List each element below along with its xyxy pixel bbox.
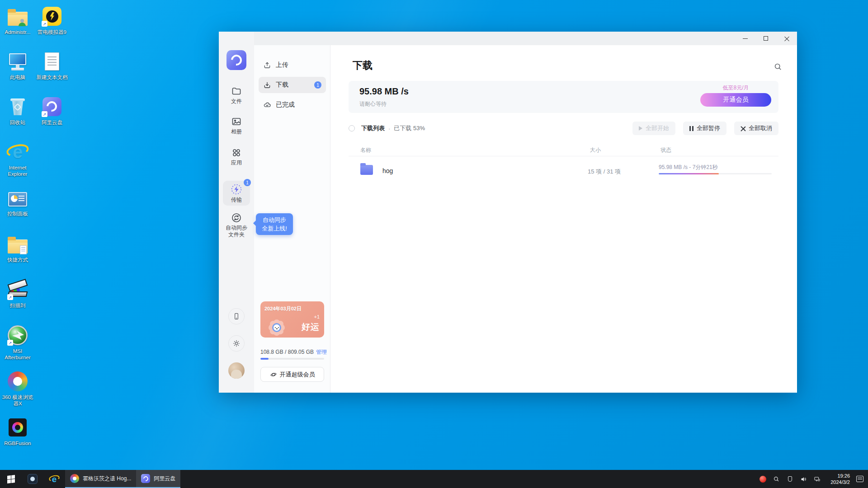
start-all-button[interactable]: 全部开始 — [632, 122, 675, 135]
flask-icon — [788, 476, 792, 482]
table-header: 名称 大小 状态 — [349, 145, 778, 156]
row-name: hog — [382, 167, 393, 174]
sidebar-item-auto-sync[interactable]: 自动同步 文件夹 — [223, 210, 250, 240]
sidebar-item-files[interactable]: 文件 — [223, 83, 250, 107]
search-button[interactable] — [771, 60, 784, 73]
speed-banner: 95.98 MB /s 请耐心等待 低至8元/月 开通会员 — [349, 81, 778, 113]
internet-explorer-icon — [49, 474, 59, 484]
speaker-icon — [800, 476, 807, 483]
minimize-button[interactable] — [735, 32, 755, 45]
play-icon — [639, 126, 642, 131]
pause-icon — [689, 126, 693, 131]
desktop-icon-360-browser[interactable]: 360 极速浏览器X — [0, 371, 35, 407]
row-status: 95.98 MB /s - 7分钟21秒 — [659, 164, 718, 171]
desktop-icon-aliyun-drive[interactable]: 阿里云盘 — [34, 96, 70, 126]
desktop-icon-shortcut-folder[interactable]: 快捷方式 — [0, 233, 35, 263]
aliyun-drive-icon — [41, 96, 63, 117]
close-icon — [784, 36, 789, 41]
system-tray: 19:26 2024/3/2 — [756, 470, 868, 488]
apps-grid-icon — [231, 147, 242, 158]
desktop-icon-this-pc[interactable]: 此电脑 — [0, 51, 35, 80]
scanner-icon — [7, 279, 28, 300]
aliyun-drive-window: 文件 相册 应用 1 传输 自动同步 文件夹 — [219, 32, 797, 393]
taskbar-app-aliyun-drive[interactable]: 阿里云盘 — [136, 470, 180, 488]
rgbfusion-icon — [7, 417, 28, 438]
close-button[interactable] — [776, 32, 797, 45]
desktop-icon-msi-afterburner[interactable]: MSI Afterburner — [0, 324, 35, 361]
select-all-checkbox[interactable] — [349, 125, 355, 131]
action-center-button[interactable] — [852, 470, 868, 488]
maximize-button[interactable] — [755, 32, 776, 45]
desktop-icon-new-text-doc[interactable]: 新建文本文档 — [34, 51, 70, 80]
cloud-check-icon — [263, 101, 271, 109]
daily-luck-card[interactable]: 2024年03月02日 +1 好运 — [260, 301, 324, 338]
desktop-icon-internet-explorer[interactable]: Internet Explorer — [0, 141, 35, 177]
storage-progressbar — [260, 358, 324, 360]
desktop-icon-administrator[interactable]: Administr... — [0, 5, 35, 35]
taskbar: 霍格沃茨之遗 Hog... 阿里云盘 19:26 2024/3/2 — [0, 470, 868, 488]
column-size: 大小 — [590, 146, 601, 154]
sync-icon — [231, 212, 242, 223]
row-progressbar — [659, 173, 772, 174]
tray-network-icon[interactable] — [810, 470, 824, 488]
row-size: 15 项 / 31 项 — [588, 168, 621, 176]
sidebar-item-albums[interactable]: 相册 — [223, 113, 250, 137]
start-button[interactable] — [0, 470, 22, 488]
speed-hint: 请耐心等待 — [359, 100, 387, 108]
tab-completed[interactable]: 已完成 — [259, 97, 326, 113]
tray-volume-icon[interactable] — [797, 470, 810, 488]
desktop-icon-scan-to[interactable]: 扫描到 — [0, 279, 35, 309]
desktop-icon-rgbfusion[interactable]: RGBFusion — [0, 417, 35, 446]
list-label: 下载列表 — [361, 124, 385, 132]
column-status: 状态 — [660, 146, 671, 154]
download-page: 下载 95.98 MB /s 请耐心等待 低至8元/月 开通会员 下载列表 · … — [330, 45, 797, 393]
phone-icon — [232, 312, 241, 320]
search-icon — [774, 62, 782, 71]
upload-icon — [263, 61, 271, 69]
tray-app-icon[interactable] — [783, 470, 797, 488]
taskbar-app-hogwarts[interactable]: 霍格沃茨之遗 Hog... — [65, 470, 136, 488]
settings-button[interactable] — [228, 335, 245, 352]
downloaded-percent-label: 已下载 53% — [394, 124, 425, 132]
desktop-icon-ldplayer[interactable]: 雷电模拟器9 — [34, 5, 70, 35]
hogwarts-app-icon — [70, 474, 79, 483]
download-speed: 95.98 MB /s — [359, 86, 409, 97]
ldplayer-icon — [41, 5, 63, 27]
tray-360-icon[interactable] — [756, 470, 769, 488]
clock-date: 2024/3/2 — [824, 479, 850, 485]
open-vip-button[interactable]: 开通会员 — [700, 93, 771, 107]
auto-sync-tooltip: 自动同步 全新上线! — [256, 213, 293, 235]
sidebar-item-transfer[interactable]: 1 传输 — [223, 181, 250, 206]
taskbar-pinned-internet-explorer[interactable] — [43, 470, 65, 488]
download-badge: 1 — [314, 81, 321, 89]
mobile-app-button[interactable] — [228, 308, 245, 324]
desktop-icon-recycle-bin[interactable]: 回收站 — [0, 96, 35, 126]
download-controls-row: 下载列表 · 已下载 53% 全部开始 全部暂停 全部取消 — [349, 122, 778, 135]
manage-storage-link[interactable]: 管理 — [316, 349, 327, 355]
vip-promo-text: 低至8元/月 — [700, 84, 771, 92]
tab-upload[interactable]: 上传 — [259, 57, 326, 73]
this-pc-icon — [7, 51, 28, 72]
recycle-bin-icon — [7, 96, 28, 117]
cancel-all-button[interactable]: 全部取消 — [734, 122, 778, 135]
super-vip-button[interactable]: 开通超级会员 — [260, 367, 324, 382]
tray-search-icon[interactable] — [769, 470, 783, 488]
flower-mascot-icon — [268, 319, 286, 337]
internet-explorer-icon — [7, 141, 28, 163]
column-name: 名称 — [360, 146, 371, 154]
folder-icon — [360, 165, 373, 175]
storage-usage: 108.8 GB / 809.05 GB管理 — [260, 348, 324, 356]
taskbar-clock[interactable]: 19:26 2024/3/2 — [824, 473, 852, 485]
pause-all-button[interactable]: 全部暂停 — [683, 122, 726, 135]
sidebar-item-apps[interactable]: 应用 — [223, 145, 250, 169]
pinned-app-icon — [28, 474, 38, 484]
transfer-lightning-icon — [231, 183, 242, 195]
window-titlebar[interactable] — [219, 32, 797, 45]
transfer-badge: 1 — [244, 179, 251, 186]
table-row[interactable]: hog 15 项 / 31 项 95.98 MB /s - 7分钟21秒 — [349, 158, 778, 184]
tab-download[interactable]: 下载 1 — [259, 77, 326, 93]
maximize-icon — [764, 36, 768, 41]
desktop-icon-control-panel[interactable]: 控制面板 — [0, 187, 35, 217]
taskbar-pinned-app[interactable] — [22, 470, 43, 488]
user-avatar[interactable] — [228, 362, 245, 379]
